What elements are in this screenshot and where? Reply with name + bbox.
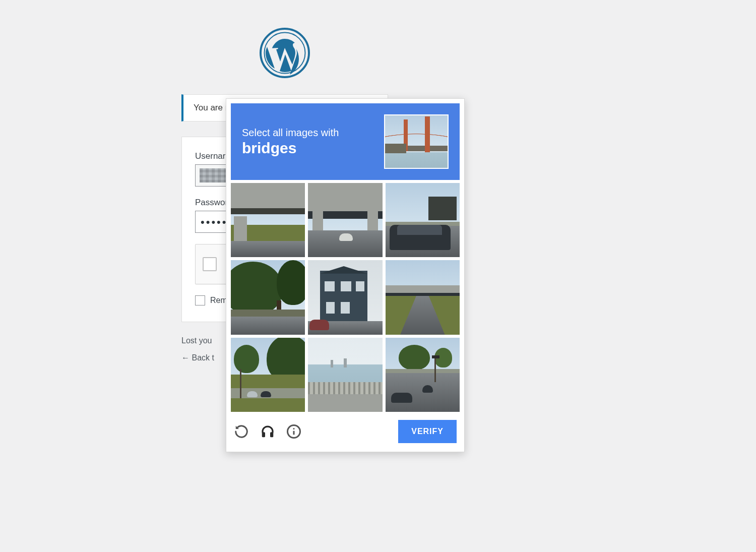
reload-icon[interactable] [234, 424, 249, 439]
headphones-icon[interactable] [260, 424, 275, 439]
captcha-tile-6[interactable] [386, 260, 460, 334]
captcha-tile-4[interactable] [231, 260, 305, 334]
captcha-tile-1[interactable] [231, 183, 305, 257]
captcha-tile-5[interactable] [308, 260, 382, 334]
recaptcha-checkbox[interactable] [203, 257, 217, 271]
info-icon[interactable] [286, 424, 301, 439]
captcha-tile-7[interactable] [231, 338, 305, 412]
captcha-tile-3[interactable] [386, 183, 460, 257]
wordpress-logo [181, 28, 388, 78]
recaptcha-grid [231, 183, 460, 412]
svg-rect-2 [262, 432, 265, 437]
recaptcha-header: Select all images with bridges [231, 103, 460, 180]
verify-button[interactable]: VERIFY [398, 420, 457, 443]
captcha-tile-9[interactable] [386, 338, 460, 412]
recaptcha-instruction-line: Select all images with [242, 127, 339, 139]
svg-rect-3 [270, 432, 273, 437]
recaptcha-challenge: Select all images with bridges [226, 98, 465, 452]
recaptcha-keyword: bridges [242, 140, 339, 157]
captcha-tile-2[interactable] [308, 183, 382, 257]
captcha-tile-8[interactable] [308, 338, 382, 412]
logout-notice-text: You are n [194, 103, 230, 112]
svg-point-6 [293, 428, 295, 430]
remember-me-checkbox[interactable] [195, 295, 205, 305]
recaptcha-example-image [384, 114, 449, 169]
